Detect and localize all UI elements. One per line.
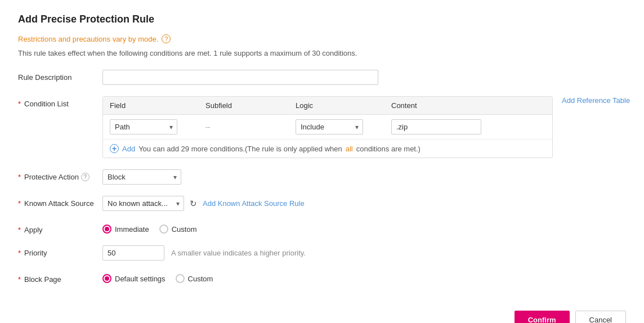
info-text: This rule takes effect when the followin…: [18, 49, 626, 57]
rule-description-label: Rule Description: [18, 73, 71, 82]
rule-description-input[interactable]: [102, 70, 378, 85]
field-select[interactable]: Path IP Header: [110, 119, 177, 134]
priority-input[interactable]: [102, 245, 164, 261]
block-page-custom-radio[interactable]: [176, 274, 185, 283]
apply-immediate-option[interactable]: Immediate: [102, 225, 149, 234]
apply-label: Apply: [24, 226, 43, 234]
add-known-attack-link[interactable]: Add Known Attack Source Rule: [203, 199, 305, 208]
priority-label: Priority: [24, 249, 47, 257]
block-page-custom-label: Custom: [188, 275, 213, 283]
protective-action-help-icon[interactable]: ?: [81, 173, 90, 181]
add-condition-all: all: [346, 145, 353, 153]
page-title: Add Precise Protection Rule: [18, 14, 626, 25]
known-attack-select[interactable]: No known attack...: [102, 196, 184, 211]
restriction-note-text: Restrictions and precautions vary by mod…: [18, 35, 158, 43]
restriction-help-icon[interactable]: ?: [162, 34, 171, 43]
priority-required-star: *: [18, 249, 21, 257]
column-header-field: Field: [110, 101, 205, 110]
apply-immediate-radio[interactable]: [102, 225, 111, 234]
column-header-subfield: Subfield: [205, 101, 296, 110]
apply-custom-radio[interactable]: [159, 225, 168, 234]
block-page-default-radio[interactable]: [102, 274, 111, 283]
known-attack-select-wrapper[interactable]: No known attack...: [102, 196, 184, 211]
add-condition-note-end: conditions are met.): [356, 145, 421, 153]
condition-list-label: Condition List: [24, 100, 69, 108]
block-page-default-option[interactable]: Default settings: [102, 274, 166, 283]
add-reference-table-link[interactable]: Add Reference Table: [562, 92, 630, 105]
known-attack-required-star: *: [18, 199, 21, 208]
apply-immediate-label: Immediate: [115, 225, 149, 234]
subfield-value: --: [205, 123, 211, 131]
apply-required-star: *: [18, 226, 21, 234]
protective-action-required-star: *: [18, 173, 21, 181]
logic-select[interactable]: Include Exclude Equal: [296, 119, 363, 134]
apply-custom-option[interactable]: Custom: [159, 225, 197, 234]
block-page-label: Block Page: [24, 275, 61, 284]
priority-hint: A smaller value indicates a higher prior…: [171, 249, 306, 257]
field-select-wrapper[interactable]: Path IP Header: [110, 119, 177, 134]
add-condition-icon[interactable]: +: [110, 144, 119, 153]
known-attack-label: Known Attack Source: [24, 199, 94, 208]
protective-action-select-wrapper[interactable]: Block Allow Log only: [102, 169, 181, 185]
block-page-default-label: Default settings: [115, 275, 166, 283]
confirm-button[interactable]: Confirm: [515, 311, 570, 323]
condition-list-required-star: *: [18, 100, 21, 108]
cancel-button[interactable]: Cancel: [575, 311, 626, 323]
protective-action-label: Protective Action: [24, 173, 79, 181]
column-header-logic: Logic: [296, 101, 391, 110]
block-page-custom-option[interactable]: Custom: [176, 274, 213, 283]
refresh-icon[interactable]: ↻: [190, 199, 197, 209]
block-page-required-star: *: [18, 275, 21, 284]
content-input[interactable]: [391, 119, 481, 134]
add-condition-note: You can add 29 more conditions.(The rule…: [138, 145, 342, 153]
apply-custom-label: Custom: [172, 225, 197, 234]
add-condition-label[interactable]: Add: [122, 145, 135, 153]
protective-action-select[interactable]: Block Allow Log only: [102, 169, 181, 185]
column-header-content: Content: [391, 101, 504, 110]
logic-select-wrapper[interactable]: Include Exclude Equal: [296, 119, 363, 134]
